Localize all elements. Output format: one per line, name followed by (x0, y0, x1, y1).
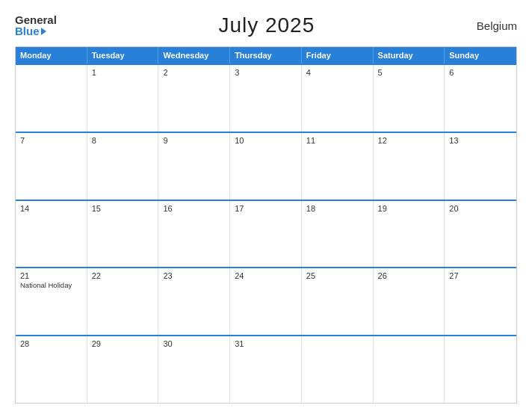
logo-blue-text: Blue (15, 25, 57, 37)
cell-w1-thu: 3 (230, 65, 302, 132)
country-label: Belgium (477, 19, 517, 32)
cell-w2-fri: 11 (302, 133, 374, 200)
cell-w4-thu: 24 (230, 268, 302, 335)
cell-w5-wed: 30 (158, 336, 230, 403)
cell-w5-mon: 28 (16, 336, 87, 403)
calendar-title: July 2025 (218, 13, 315, 37)
week-3: 14 15 16 17 18 19 20 (16, 200, 516, 268)
logo-triangle-icon (41, 28, 46, 35)
week-1: 1 2 3 4 5 6 (16, 64, 516, 132)
col-saturday: Saturday (374, 47, 445, 64)
cell-w5-sun (445, 336, 516, 403)
cell-w4-sun: 27 (445, 268, 516, 335)
week-5: 28 29 30 31 (16, 335, 516, 403)
col-tuesday: Tuesday (87, 47, 159, 64)
cell-w3-mon: 14 (16, 201, 87, 268)
cell-w4-wed: 23 (158, 268, 230, 335)
cell-w1-wed: 2 (158, 65, 230, 132)
cell-w3-fri: 18 (302, 201, 374, 268)
calendar-body: 1 2 3 4 5 6 7 8 9 10 11 12 13 14 15 16 (16, 64, 516, 403)
cell-w4-fri: 25 (302, 268, 374, 335)
cell-w5-thu: 31 (230, 336, 302, 403)
cell-w4-sat: 26 (374, 268, 445, 335)
week-2: 7 8 9 10 11 12 13 (16, 132, 516, 200)
cell-w2-mon: 7 (16, 133, 87, 200)
cell-w1-tue: 1 (87, 65, 159, 132)
col-thursday: Thursday (230, 47, 302, 64)
col-sunday: Sunday (445, 47, 516, 64)
cell-w3-wed: 16 (158, 201, 230, 268)
col-wednesday: Wednesday (158, 47, 230, 64)
cell-w2-thu: 10 (230, 133, 302, 200)
logo-general-text: General (15, 14, 57, 25)
cell-w3-sat: 19 (374, 201, 445, 268)
cell-w3-tue: 15 (87, 201, 159, 268)
col-monday: Monday (16, 47, 87, 64)
week-4: 21 National Holiday 22 23 24 25 26 27 (16, 267, 516, 335)
cell-w4-tue: 22 (87, 268, 159, 335)
cell-w1-mon (16, 65, 87, 132)
cell-w3-thu: 17 (230, 201, 302, 268)
cell-w2-sun: 13 (445, 133, 516, 200)
cell-w4-mon: 21 National Holiday (16, 268, 87, 335)
cell-w3-sun: 20 (445, 201, 516, 268)
cell-w2-tue: 8 (87, 133, 159, 200)
col-friday: Friday (302, 47, 374, 64)
logo: General Blue (15, 14, 57, 37)
cell-w1-fri: 4 (302, 65, 374, 132)
page: General Blue July 2025 Belgium Monday Tu… (0, 0, 532, 411)
cell-w5-fri (302, 336, 374, 403)
calendar: Monday Tuesday Wednesday Thursday Friday… (15, 46, 517, 404)
cell-w1-sat: 5 (374, 65, 445, 132)
header: General Blue July 2025 Belgium (15, 13, 517, 37)
cell-w5-tue: 29 (87, 336, 159, 403)
cell-w1-sun: 6 (445, 65, 516, 132)
cell-w5-sat (374, 336, 445, 403)
cell-w2-wed: 9 (158, 133, 230, 200)
cell-w2-sat: 12 (374, 133, 445, 200)
calendar-header: Monday Tuesday Wednesday Thursday Friday… (16, 47, 516, 64)
